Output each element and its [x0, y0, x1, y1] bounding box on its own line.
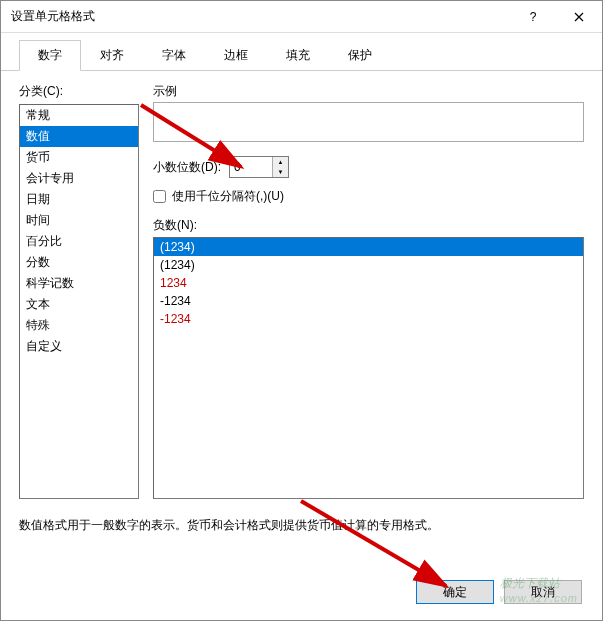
close-icon — [574, 12, 584, 22]
help-button[interactable]: ? — [510, 1, 556, 33]
list-item[interactable]: 科学记数 — [20, 273, 138, 294]
list-item[interactable]: (1234) — [154, 238, 583, 256]
sample-box — [153, 102, 584, 142]
tab-alignment[interactable]: 对齐 — [81, 40, 143, 71]
question-icon: ? — [530, 10, 537, 24]
list-item[interactable]: 1234 — [154, 274, 583, 292]
list-item[interactable]: 特殊 — [20, 315, 138, 336]
tab-protection[interactable]: 保护 — [329, 40, 391, 71]
separator-checkbox[interactable] — [153, 190, 166, 203]
list-item[interactable]: 百分比 — [20, 231, 138, 252]
list-item[interactable]: 自定义 — [20, 336, 138, 357]
decimals-input[interactable] — [230, 157, 272, 177]
cancel-button[interactable]: 取消 — [504, 580, 582, 604]
ok-button[interactable]: 确定 — [416, 580, 494, 604]
list-item[interactable]: -1234 — [154, 310, 583, 328]
window-title: 设置单元格格式 — [11, 8, 510, 25]
list-item[interactable]: -1234 — [154, 292, 583, 310]
category-listbox[interactable]: 常规 数值 货币 会计专用 日期 时间 百分比 分数 科学记数 文本 特殊 自定… — [19, 104, 139, 499]
close-button[interactable] — [556, 1, 602, 33]
negative-listbox[interactable]: (1234) (1234) 1234 -1234 -1234 — [153, 237, 584, 499]
list-item[interactable]: 数值 — [20, 126, 138, 147]
description-text: 数值格式用于一般数字的表示。货币和会计格式则提供货币值计算的专用格式。 — [1, 507, 602, 544]
list-item[interactable]: 会计专用 — [20, 168, 138, 189]
list-item[interactable]: 常规 — [20, 105, 138, 126]
decimals-label: 小数位数(D): — [153, 159, 221, 176]
list-item[interactable]: 时间 — [20, 210, 138, 231]
list-item[interactable]: (1234) — [154, 256, 583, 274]
list-item[interactable]: 日期 — [20, 189, 138, 210]
tab-border[interactable]: 边框 — [205, 40, 267, 71]
list-item[interactable]: 货币 — [20, 147, 138, 168]
separator-label: 使用千位分隔符(,)(U) — [172, 188, 284, 205]
negative-label: 负数(N): — [153, 217, 584, 234]
spin-up-icon[interactable]: ▲ — [273, 157, 288, 167]
sample-label: 示例 — [153, 83, 584, 100]
spin-down-icon[interactable]: ▼ — [273, 167, 288, 177]
decimals-spinner[interactable]: ▲ ▼ — [229, 156, 289, 178]
tab-fill[interactable]: 填充 — [267, 40, 329, 71]
list-item[interactable]: 分数 — [20, 252, 138, 273]
tab-number[interactable]: 数字 — [19, 40, 81, 71]
tab-strip: 数字 对齐 字体 边框 填充 保护 — [1, 33, 602, 71]
tab-font[interactable]: 字体 — [143, 40, 205, 71]
list-item[interactable]: 文本 — [20, 294, 138, 315]
category-label: 分类(C): — [19, 83, 139, 100]
